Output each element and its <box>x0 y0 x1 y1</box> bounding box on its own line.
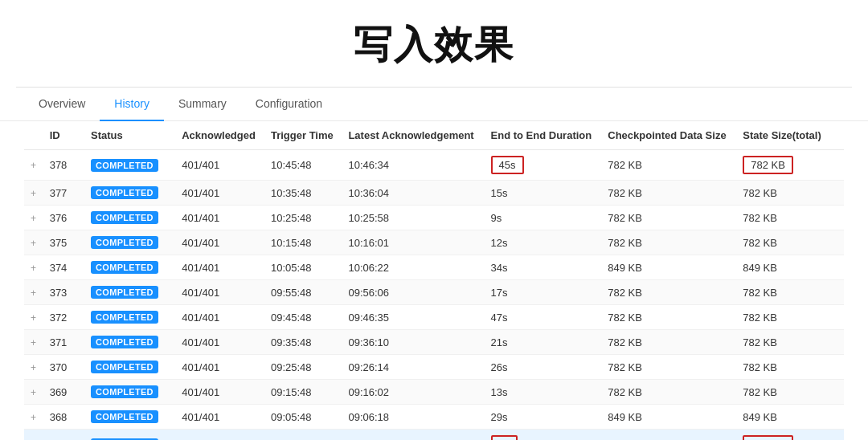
expand-button[interactable]: + <box>31 412 36 423</box>
expand-cell: + <box>24 230 43 255</box>
cell-status: COMPLETED <box>84 430 175 441</box>
expand-button[interactable]: + <box>31 213 36 224</box>
cell-state-size: 782 KB <box>736 330 844 355</box>
expand-button[interactable]: + <box>31 160 36 171</box>
history-table-container: ID Status Acknowledged Trigger Time Late… <box>0 121 868 440</box>
status-badge: COMPLETED <box>91 236 158 249</box>
table-row: +377COMPLETED401/40110:35:4810:36:0415s7… <box>24 181 844 206</box>
expand-cell: + <box>24 255 43 280</box>
cell-latest-ack: 09:16:02 <box>342 380 484 405</box>
cell-latest-ack: 09:36:10 <box>342 330 484 355</box>
cell-id: 369 <box>43 380 84 405</box>
cell-state-size: 782 KB <box>736 206 844 230</box>
cell-e2e-duration: 15s <box>485 181 602 206</box>
state-highlight: 782 KB <box>743 435 793 440</box>
cell-id: 376 <box>43 206 84 230</box>
expand-button[interactable]: + <box>31 188 36 199</box>
cell-checkpoint-size: 849 KB <box>601 255 736 280</box>
cell-trigger-time: 10:05:48 <box>264 255 342 280</box>
status-badge: COMPLETED <box>91 286 158 299</box>
cell-acknowledged: 401/401 <box>175 330 264 355</box>
cell-latest-ack: 10:06:22 <box>342 255 484 280</box>
table-body: +378COMPLETED401/40110:45:4810:46:3445s7… <box>24 150 844 441</box>
cell-status: COMPLETED <box>84 280 175 305</box>
expand-cell: + <box>24 330 43 355</box>
cell-trigger-time: 09:05:48 <box>264 405 342 430</box>
cell-trigger-time: 09:45:48 <box>264 305 342 330</box>
cell-status: COMPLETED <box>84 150 175 181</box>
cell-latest-ack: 10:25:58 <box>342 206 484 230</box>
table-row: +371COMPLETED401/40109:35:4809:36:1021s7… <box>24 330 844 355</box>
table-row: +376COMPLETED401/40110:25:4810:25:589s78… <box>24 206 844 230</box>
col-header-trigger-time: Trigger Time <box>264 121 342 150</box>
table-row: +370COMPLETED401/40109:25:4809:26:1426s7… <box>24 355 844 380</box>
cell-trigger-time: 09:55:48 <box>264 280 342 305</box>
cell-trigger-time: 09:35:48 <box>264 330 342 355</box>
cell-checkpoint-size: 782 KB <box>601 206 736 230</box>
cell-trigger-time: 09:15:48 <box>264 380 342 405</box>
history-table: ID Status Acknowledged Trigger Time Late… <box>24 121 844 440</box>
cell-id: 377 <box>43 181 84 206</box>
cell-state-size: 782 KB <box>736 305 844 330</box>
cell-status: COMPLETED <box>84 255 175 280</box>
cell-acknowledged: 401/401 <box>175 230 264 255</box>
expand-cell: + <box>24 280 43 305</box>
cell-trigger-time: 10:45:48 <box>264 150 342 181</box>
cell-e2e-duration: 29s <box>485 405 602 430</box>
tab-history[interactable]: History <box>100 88 164 121</box>
status-badge: COMPLETED <box>91 159 158 172</box>
cell-id: 372 <box>43 305 84 330</box>
cell-id: 368 <box>43 405 84 430</box>
expand-cell: + <box>24 430 43 441</box>
cell-e2e-duration: 12s <box>485 230 602 255</box>
expand-cell: + <box>24 380 43 405</box>
expand-button[interactable]: + <box>31 337 36 348</box>
status-badge: COMPLETED <box>91 311 158 324</box>
cell-latest-ack: 08:55:58 <box>342 430 484 441</box>
cell-state-size: 782 KB <box>736 181 844 206</box>
cell-status: COMPLETED <box>84 380 175 405</box>
cell-latest-ack: 10:36:04 <box>342 181 484 206</box>
cell-state-size: 782 KB <box>736 280 844 305</box>
tab-overview[interactable]: Overview <box>24 88 100 121</box>
cell-checkpoint-size: 782 KB <box>601 230 736 255</box>
status-badge: COMPLETED <box>91 336 158 348</box>
cell-trigger-time: 09:25:48 <box>264 355 342 380</box>
cell-state-size: 782 KB <box>736 430 844 441</box>
table-row: +373COMPLETED401/40109:55:4809:56:0617s7… <box>24 280 844 305</box>
table-row: +374COMPLETED401/40110:05:4810:06:2234s8… <box>24 255 844 280</box>
expand-cell: + <box>24 181 43 206</box>
expand-button[interactable]: + <box>31 362 36 373</box>
cell-latest-ack: 09:56:06 <box>342 280 484 305</box>
cell-e2e-duration: 13s <box>485 380 602 405</box>
expand-button[interactable]: + <box>31 238 36 249</box>
cell-e2e-duration: 34s <box>485 255 602 280</box>
cell-status: COMPLETED <box>84 330 175 355</box>
cell-trigger-time: 10:15:48 <box>264 230 342 255</box>
col-header-id: ID <box>43 121 84 150</box>
expand-button[interactable]: + <box>31 312 36 324</box>
cell-latest-ack: 09:06:18 <box>342 405 484 430</box>
cell-status: COMPLETED <box>84 405 175 430</box>
tab-summary[interactable]: Summary <box>164 88 241 121</box>
expand-cell: + <box>24 150 43 181</box>
cell-acknowledged: 401/401 <box>175 405 264 430</box>
cell-checkpoint-size: 782 KB <box>601 280 736 305</box>
expand-button[interactable]: + <box>31 387 36 398</box>
cell-id: 370 <box>43 355 84 380</box>
cell-status: COMPLETED <box>84 230 175 255</box>
cell-status: COMPLETED <box>84 206 175 230</box>
table-row: +368COMPLETED401/40109:05:4809:06:1829s8… <box>24 405 844 430</box>
cell-state-size: 782 KB <box>736 380 844 405</box>
col-header-status: Status <box>84 121 175 150</box>
cell-checkpoint-size: 849 KB <box>601 405 736 430</box>
cell-trigger-time: 10:25:48 <box>264 206 342 230</box>
cell-checkpoint-size: 782 KB <box>601 150 736 181</box>
expand-cell: + <box>24 355 43 380</box>
tab-configuration[interactable]: Configuration <box>241 88 337 121</box>
table-row: +367COMPLETED401/40108:55:4808:55:589s78… <box>24 430 844 441</box>
expand-button[interactable]: + <box>31 287 36 299</box>
cell-acknowledged: 401/401 <box>175 181 264 206</box>
expand-button[interactable]: + <box>31 263 36 274</box>
e2e-highlight: 45s <box>491 156 524 174</box>
